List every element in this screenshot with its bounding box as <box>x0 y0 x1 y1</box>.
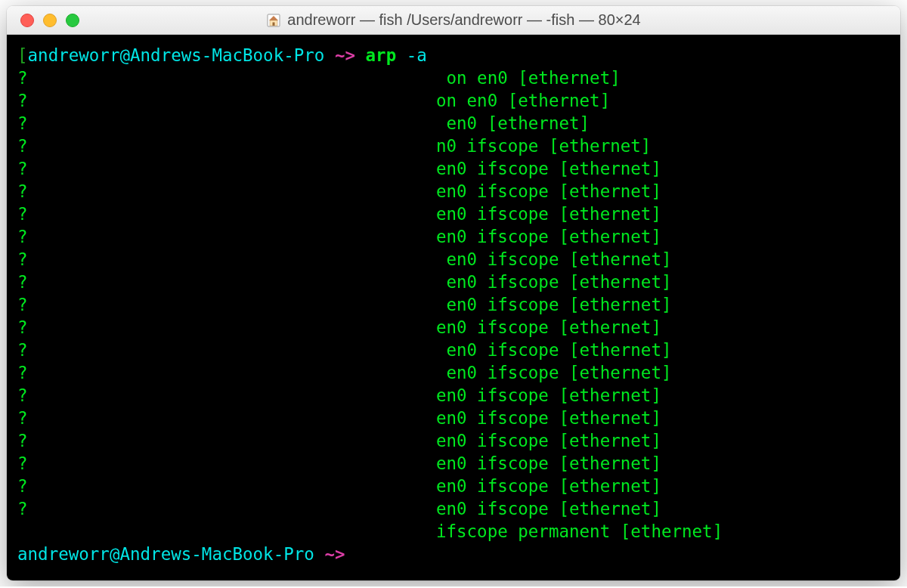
output-right: en0 ifscope [ethernet] <box>436 248 890 271</box>
output-right: en0 ifscope [ethernet] <box>436 339 890 361</box>
output-right: en0 ifscope [ethernet] <box>436 157 890 180</box>
output-right: en0 ifscope [ethernet] <box>436 293 890 316</box>
output-left: ? <box>17 180 436 203</box>
output-left: ? <box>17 112 436 135</box>
command-space <box>396 45 407 65</box>
output-left: ? <box>17 316 436 339</box>
window-title-area: andreworr — fish /Users/andreworr — -fis… <box>7 11 900 29</box>
output-right: en0 ifscope [ethernet] <box>436 475 890 497</box>
output-right: en0 ifscope [ethernet] <box>436 225 890 248</box>
output-right: en0 ifscope [ethernet] <box>436 452 890 475</box>
output-line: ? en0 ifscope [ethernet] <box>17 361 890 384</box>
output-right: ifscope permanent [ethernet] <box>436 520 890 543</box>
output-line: ?en0 ifscope [ethernet] <box>17 203 890 225</box>
command-flag: -a <box>407 45 427 65</box>
output-line: ? on en0 [ethernet] <box>17 67 890 89</box>
output-line: ?en0 ifscope [ethernet] <box>17 180 890 203</box>
output-left: ? <box>17 67 436 89</box>
output-line: ?en0 ifscope [ethernet] <box>17 497 890 520</box>
output-right: en0 ifscope [ethernet] <box>436 497 890 520</box>
output-line: ? en0 ifscope [ethernet] <box>17 248 890 271</box>
output-line: ?on en0 [ethernet] <box>17 89 890 112</box>
output-line: ?en0 ifscope [ethernet] <box>17 225 890 248</box>
output-left: ? <box>17 203 436 225</box>
output-right: en0 [ethernet] <box>436 112 890 135</box>
svg-rect-3 <box>273 22 275 26</box>
titlebar[interactable]: andreworr — fish /Users/andreworr — -fis… <box>7 6 900 35</box>
output-right: en0 ifscope [ethernet] <box>436 316 890 339</box>
minimize-button[interactable] <box>43 14 57 27</box>
output-line: ?en0 ifscope [ethernet] <box>17 452 890 475</box>
output-left: ? <box>17 339 436 361</box>
output-line: ?en0 ifscope [ethernet] <box>17 384 890 407</box>
svg-marker-1 <box>269 16 278 20</box>
output-right: n0 ifscope [ethernet] <box>436 135 890 157</box>
prompt-open-bracket: [ <box>17 45 28 65</box>
output-left: ? <box>17 135 436 157</box>
output-right: en0 ifscope [ethernet] <box>436 407 890 429</box>
output-right: en0 ifscope [ethernet] <box>436 384 890 407</box>
output-left: ? <box>17 248 436 271</box>
output-right: on en0 [ethernet] <box>436 89 890 112</box>
output-right: en0 ifscope [ethernet] <box>436 271 890 293</box>
output-line: ?en0 ifscope [ethernet] <box>17 429 890 452</box>
output-left: ? <box>17 497 436 520</box>
output-left: ? <box>17 475 436 497</box>
output-left: ? <box>17 157 436 180</box>
output-left: ? <box>17 452 436 475</box>
output-line: ?en0 ifscope [ethernet] <box>17 407 890 429</box>
output-left: ? <box>17 429 436 452</box>
command-name: arp <box>366 45 397 65</box>
output-left: ? <box>17 293 436 316</box>
svg-rect-0 <box>268 14 280 26</box>
terminal-body[interactable]: [andreworr@Andrews-MacBook-Pro ~> arp -a… <box>7 35 900 580</box>
output-line: ?en0 ifscope [ethernet] <box>17 157 890 180</box>
window-title: andreworr — fish /Users/andreworr — -fis… <box>287 11 640 29</box>
output-left: ? <box>17 407 436 429</box>
output-line: ?en0 ifscope [ethernet] <box>17 316 890 339</box>
svg-rect-2 <box>270 20 277 26</box>
output-right: en0 ifscope [ethernet] <box>436 429 890 452</box>
output-left: ? <box>17 271 436 293</box>
output-right: en0 ifscope [ethernet] <box>436 203 890 225</box>
output-line: ? en0 ifscope [ethernet] <box>17 271 890 293</box>
zoom-button[interactable] <box>66 14 79 27</box>
output-left: ? <box>17 89 436 112</box>
home-icon <box>266 13 281 28</box>
prompt-tilde-arrow: ~> <box>324 45 365 65</box>
output-left <box>17 520 436 543</box>
output-line: ? en0 [ethernet] <box>17 112 890 135</box>
output-line: ?n0 ifscope [ethernet] <box>17 135 890 157</box>
prompt-line-2: andreworr@Andrews-MacBook-Pro ~> <box>17 543 890 565</box>
terminal-window: andreworr — fish /Users/andreworr — -fis… <box>7 6 900 580</box>
output-left: ? <box>17 361 436 384</box>
output-left: ? <box>17 225 436 248</box>
output-left: ? <box>17 384 436 407</box>
prompt-userhost: andreworr@Andrews-MacBook-Pro <box>28 45 325 65</box>
prompt-line: [andreworr@Andrews-MacBook-Pro ~> arp -a <box>17 44 890 67</box>
command-output: ? on en0 [ethernet]?on en0 [ethernet]? e… <box>17 67 890 543</box>
prompt-tilde-arrow-2: ~> <box>314 544 355 564</box>
output-line: ifscope permanent [ethernet] <box>17 520 890 543</box>
close-button[interactable] <box>20 14 34 27</box>
output-right: en0 ifscope [ethernet] <box>436 361 890 384</box>
traffic-lights <box>7 14 79 27</box>
output-line: ?en0 ifscope [ethernet] <box>17 475 890 497</box>
output-line: ? en0 ifscope [ethernet] <box>17 293 890 316</box>
output-right: en0 ifscope [ethernet] <box>436 180 890 203</box>
output-line: ? en0 ifscope [ethernet] <box>17 339 890 361</box>
output-right: on en0 [ethernet] <box>436 67 890 89</box>
prompt-userhost-2: andreworr@Andrews-MacBook-Pro <box>17 544 314 564</box>
